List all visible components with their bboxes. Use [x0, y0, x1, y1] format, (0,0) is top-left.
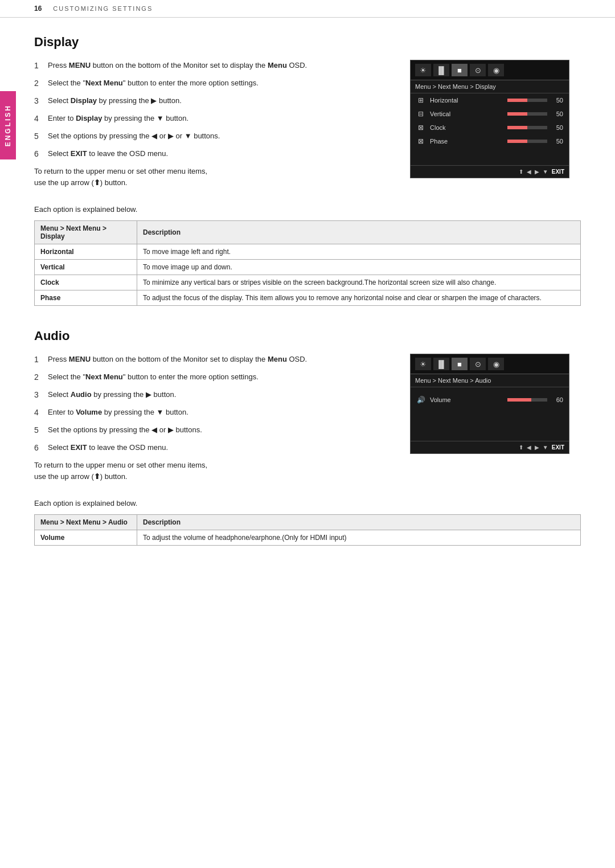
- phase-icon: ⊠: [416, 137, 425, 145]
- vertical-bar: [507, 112, 547, 116]
- audio-osd-icon-display: ▐▌: [433, 358, 449, 370]
- horizontal-icon: ⊞: [416, 96, 425, 104]
- display-osd-box: ☀ ▐▌ ■ ⊙ ◉ Menu > Next Menu > Display ⊞ …: [410, 60, 569, 178]
- osd-row-horizontal: ⊞ Horizontal 50: [411, 93, 569, 107]
- audio-table-header-desc: Description: [137, 515, 581, 530]
- audio-osd-icon-power: ◉: [488, 358, 504, 370]
- audio-each-option-text: Each option is explained below.: [34, 499, 581, 507]
- audio-osd-box: ☀ ▐▌ ■ ⊙ ◉ Menu > Next Menu > Audio 🔊 Vo…: [410, 354, 569, 454]
- display-step-4: 4 Enter to Display by pressing the ▼ but…: [34, 113, 393, 125]
- osd-icons-row: ☀ ▐▌ ■ ⊙ ◉: [411, 60, 569, 80]
- audio-osd-exit-btn: EXIT: [552, 444, 564, 451]
- table-row: Volume To adjust the volume of headphone…: [35, 530, 581, 546]
- table-row: Horizontal To move image left and right.: [35, 244, 581, 260]
- volume-bar: [507, 398, 547, 402]
- osd-icon-brightness: ☀: [415, 64, 431, 76]
- audio-osd-icon-brightness: ☀: [415, 358, 431, 370]
- osd-exit-btn: EXIT: [552, 169, 564, 175]
- audio-osd: ☀ ▐▌ ■ ⊙ ◉ Menu > Next Menu > Audio 🔊 Vo…: [410, 354, 581, 482]
- audio-step-1: 1 Press MENU button on the bottom of the…: [34, 354, 393, 366]
- display-each-option-text: Each option is explained below.: [34, 205, 581, 214]
- display-section-layout: 1 Press MENU button on the bottom of the…: [34, 60, 581, 188]
- table-row: Phase To adjust the focus of the display…: [35, 290, 581, 306]
- display-table-header-desc: Description: [137, 221, 581, 244]
- audio-step-2: 2 Select the "Next Menu" button to enter…: [34, 371, 393, 383]
- audio-table-label-volume: Volume: [35, 530, 137, 546]
- table-row: Vertical To move image up and down.: [35, 260, 581, 275]
- page-header: 16 CUSTOMIZING SETTINGS: [0, 0, 615, 18]
- display-step-3: 3 Select Display by pressing the ▶ butto…: [34, 95, 393, 107]
- osd-up-btn: ⬆: [519, 169, 523, 175]
- display-table-desc-phase: To adjust the focus of the display. This…: [137, 290, 581, 306]
- osd-down-btn: ▼: [543, 169, 548, 175]
- horizontal-bar: [507, 99, 547, 102]
- audio-osd-left-btn: ◀: [527, 444, 531, 451]
- osd-icon-input: ⊙: [470, 64, 486, 76]
- display-step-2: 2 Select the "Next Menu" button to enter…: [34, 77, 393, 89]
- osd-icon-power: ◉: [488, 64, 504, 76]
- audio-step-5: 5 Set the options by pressing the ◀ or ▶…: [34, 424, 393, 436]
- clock-icon: ⊠: [416, 124, 425, 132]
- audio-osd-icon-input: ⊙: [470, 358, 486, 370]
- display-section-title: Display: [34, 35, 581, 50]
- audio-osd-icon-settings: ■: [452, 358, 468, 370]
- osd-footer-display: ⬆ ◀ ▶ ▼ EXIT: [411, 165, 569, 178]
- audio-section-title: Audio: [34, 329, 581, 343]
- display-table-label-clock: Clock: [35, 275, 137, 290]
- audio-desc-table: Menu > Next Menu > Audio Description Vol…: [34, 514, 581, 546]
- section-title: CUSTOMIZING SETTINGS: [53, 5, 153, 12]
- audio-osd-icons-row: ☀ ▐▌ ■ ⊙ ◉: [411, 354, 569, 374]
- audio-instruction-list: 1 Press MENU button on the bottom of the…: [34, 354, 393, 454]
- audio-osd-breadcrumb: Menu > Next Menu > Audio: [411, 374, 569, 387]
- display-return-note: To return to the upper menu or set other…: [34, 166, 393, 188]
- audio-osd-up-btn: ⬆: [519, 444, 523, 451]
- display-osd: ☀ ▐▌ ■ ⊙ ◉ Menu > Next Menu > Display ⊞ …: [410, 60, 581, 188]
- display-step-6: 6 Select EXIT to leave the OSD menu.: [34, 148, 393, 160]
- display-desc-table: Menu > Next Menu > Display Description H…: [34, 220, 581, 306]
- display-table-desc-clock: To minimize any vertical bars or stripes…: [137, 275, 581, 290]
- osd-row-phase: ⊠ Phase 50: [411, 134, 569, 148]
- display-step-5: 5 Set the options by pressing the ◀ or ▶…: [34, 130, 393, 142]
- vertical-icon: ⊟: [416, 110, 425, 118]
- display-instructions: 1 Press MENU button on the bottom of the…: [34, 60, 393, 188]
- osd-row-clock: ⊠ Clock 50: [411, 121, 569, 134]
- display-osd-breadcrumb: Menu > Next Menu > Display: [411, 80, 569, 93]
- volume-icon: 🔊: [416, 396, 425, 404]
- clock-bar: [507, 126, 547, 129]
- display-instruction-list: 1 Press MENU button on the bottom of the…: [34, 60, 393, 160]
- display-table-label-phase: Phase: [35, 290, 137, 306]
- audio-table-desc-volume: To adjust the volume of headphone/earpho…: [137, 530, 581, 546]
- phase-bar: [507, 140, 547, 143]
- audio-instructions: 1 Press MENU button on the bottom of the…: [34, 354, 393, 482]
- osd-footer-audio: ⬆ ◀ ▶ ▼ EXIT: [411, 441, 569, 453]
- display-step-1: 1 Press MENU button on the bottom of the…: [34, 60, 393, 72]
- osd-icon-display: ▐▌: [433, 64, 449, 76]
- audio-return-note: To return to the upper menu or set other…: [34, 460, 393, 482]
- audio-step-4: 4 Enter to Volume by pressing the ▼ butt…: [34, 407, 393, 419]
- page-number: 16: [34, 5, 42, 13]
- audio-step-6: 6 Select EXIT to leave the OSD menu.: [34, 442, 393, 454]
- osd-icon-settings: ■: [452, 64, 468, 76]
- osd-left-btn: ◀: [527, 169, 531, 175]
- display-table-desc-horizontal: To move image left and right.: [137, 244, 581, 260]
- audio-osd-right-btn: ▶: [535, 444, 539, 451]
- audio-section-layout: 1 Press MENU button on the bottom of the…: [34, 354, 581, 482]
- display-table-label-horizontal: Horizontal: [35, 244, 137, 260]
- main-content: Display 1 Press MENU button on the botto…: [0, 18, 615, 586]
- audio-osd-down-btn: ▼: [543, 444, 548, 451]
- audio-table-header-menu: Menu > Next Menu > Audio: [35, 515, 137, 530]
- osd-row-vertical: ⊟ Vertical 50: [411, 107, 569, 121]
- osd-right-btn: ▶: [535, 169, 539, 175]
- osd-row-volume: 🔊 Volume 60: [411, 393, 569, 407]
- audio-step-3: 3 Select Audio by pressing the ▶ button.: [34, 389, 393, 401]
- display-table-header-menu: Menu > Next Menu > Display: [35, 221, 137, 244]
- table-row: Clock To minimize any vertical bars or s…: [35, 275, 581, 290]
- display-table-desc-vertical: To move image up and down.: [137, 260, 581, 275]
- display-table-label-vertical: Vertical: [35, 260, 137, 275]
